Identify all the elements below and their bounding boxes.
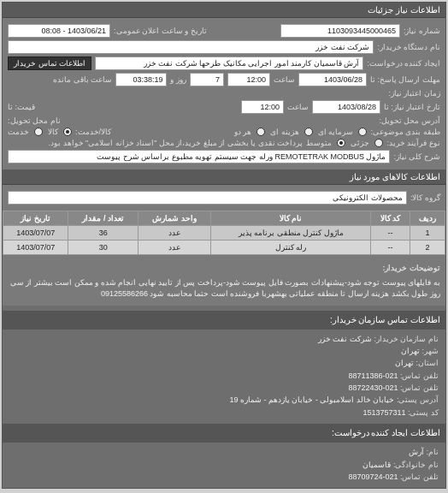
table-cell: رله کنترل <box>211 241 371 255</box>
radio-both-label: هر دو <box>234 128 252 136</box>
requester-label: ایجاد کننده درخواست: <box>367 59 440 68</box>
radio-capital[interactable] <box>358 128 367 136</box>
section-need-info: اطلاعات نیاز جزئیات <box>3 3 445 18</box>
buyer-notes-label: توضیحات خریدار: <box>383 263 441 275</box>
buyer-device-label: نام دستگاه خریدار: <box>377 43 440 51</box>
table-header: تعداد / مقدار <box>68 211 138 226</box>
announce-field: 1403/06/21 - 08:08 <box>8 24 110 38</box>
table-header: کد کالا <box>371 211 410 226</box>
phone-label: تلفن تماس: <box>400 371 439 380</box>
budget-label: طبقه بندی موضوعی: <box>370 128 440 136</box>
deadline-time-label: ساعت <box>274 75 295 84</box>
radio-capital-label: سرمایه ای <box>318 128 354 136</box>
goods-table: ردیفکد کالانام کالاواحد شمارشتعداد / مقد… <box>3 211 445 255</box>
postaddr-label: آدرس پستی: <box>397 395 439 404</box>
table-cell: ماژول کنترل منطقی برنامه پذیر <box>211 226 371 241</box>
table-header: ردیف <box>410 211 445 226</box>
province-label: استان: <box>416 359 439 367</box>
fax-value: 021-88722430 <box>348 383 398 392</box>
deadline-date-field: 1403/06/28 <box>298 73 367 86</box>
group-label: گروه کالا: <box>410 193 440 202</box>
province-value: تهران <box>395 359 414 367</box>
tel-label: تلفن تماس: <box>400 472 439 481</box>
family-value: قاسمیان <box>363 460 391 469</box>
table-cell: 30 <box>68 241 138 255</box>
validity-date-field: 1403/08/28 <box>312 100 380 114</box>
need-desc-field: ماژول REMOTETRAK MODBUS ورله جهت سیستم ت… <box>8 150 390 163</box>
postcode-label: کد پستی: <box>408 408 439 417</box>
table-cell: 1403/07/07 <box>3 226 68 241</box>
validity-time-field: 12:00 <box>241 100 284 114</box>
radio-both[interactable] <box>256 128 265 136</box>
days-label: روز و <box>170 75 186 84</box>
radio-service[interactable] <box>34 128 43 136</box>
table-cell: 2 <box>410 241 445 255</box>
tel-value: 021-88709724 <box>348 472 398 481</box>
fax-label: تلفن تماس: <box>400 383 439 392</box>
validity-label: زمان اعتبار نیاز: <box>388 89 440 98</box>
name-value: آرش <box>409 448 424 456</box>
goods-label: کالا/خدمت: <box>75 128 111 136</box>
city-value: تهران <box>401 347 420 355</box>
table-header: تاریخ نیاز <box>3 211 68 226</box>
table-cell: 1403/07/07 <box>3 241 68 255</box>
announce-label: تاریخ و ساعت اعلان عمومی: <box>114 27 207 35</box>
section-goods: اطلاعات کالاهای مورد نیاز <box>3 169 445 185</box>
radio-low[interactable] <box>374 139 383 147</box>
radio-mid-label: متوسط <box>306 139 332 147</box>
contact-buyer-button[interactable]: اطلاعات تماس خریدار <box>8 56 91 70</box>
delivery-addr-label: آدرس محل تحویل: <box>379 116 440 125</box>
table-cell: 1 <box>410 226 445 241</box>
radio-service-label: خدمت <box>8 128 29 136</box>
radio-current-label: هزینه ای <box>270 128 299 136</box>
table-header: واحد شمارش <box>138 211 211 226</box>
table-row: 2--رله کنترلعدد301403/07/07 <box>3 241 445 255</box>
requester-field: آرش قاسمیان کارمند امور اجرایی مکانیک طر… <box>95 56 363 70</box>
table-cell: -- <box>371 241 410 255</box>
request-no-label: شماره نیاز: <box>404 27 440 35</box>
form-area: شماره نیاز: 1103093445000465 تاریخ و ساع… <box>3 18 445 169</box>
buyer-device-field: شرکت نفت خزر <box>8 40 374 54</box>
contact-requester-title: اطلاعات ایجاد کننده درخواست: <box>3 424 445 443</box>
family-label: نام خانوادگی: <box>393 460 439 469</box>
postcode-value: 1513757311 <box>363 408 405 417</box>
days-field: 7 <box>190 73 224 86</box>
remain-label: ساعت باقی مانده <box>53 75 112 84</box>
validity-time-label: ساعت <box>287 103 309 111</box>
org-label: نام سازمان خریدار: <box>374 335 439 343</box>
radio-goods[interactable] <box>63 128 72 136</box>
contact-org-title: اطلاعات تماس سازمان خریدار: <box>3 311 445 330</box>
radio-current[interactable] <box>304 128 313 136</box>
buyer-notes-text: به فایلهای پیوست توجه شود-پیشنهادات بصور… <box>8 277 440 300</box>
table-cell: عدد <box>138 226 211 241</box>
delivery-place-label: نام محل تحویل: <box>8 116 61 125</box>
deadline-time-field: 12:00 <box>227 73 270 86</box>
group-field: محصولات الکترونیکی <box>8 191 407 205</box>
radio-goods-label: کالا <box>48 128 58 136</box>
price-label: قیمت: تا <box>8 103 35 111</box>
city-label: شهر: <box>421 347 439 355</box>
need-desc-label: شرح کلی نیاز: <box>393 152 440 161</box>
table-cell: -- <box>371 226 410 241</box>
validity-to-label: تارخ اعتبار نیاز: تا <box>384 103 440 111</box>
radio-mid[interactable] <box>337 139 345 147</box>
process-note: پرداخت نقدی یا بخشی از مبلغ خرید،از محل … <box>8 139 303 147</box>
table-cell: 36 <box>68 226 138 241</box>
table-cell: عدد <box>138 241 211 255</box>
process-label: نوع فرآیند خرید: <box>386 139 440 147</box>
radio-low-label: جزئی <box>351 139 369 147</box>
phone-value: 021-88711386 <box>348 371 398 380</box>
name-label: نام: <box>426 448 439 456</box>
table-header: نام کالا <box>211 211 371 226</box>
table-row: 1--ماژول کنترل منطقی برنامه پذیرعدد36140… <box>3 226 445 241</box>
org-value: شرکت نفت خزر <box>318 335 372 343</box>
deadline-send-label: مهلت ارسال پاسخ: تا <box>370 75 440 84</box>
postaddr-value: خیابان خالد اسلامبولی - خیابان یازدهم - … <box>229 395 394 404</box>
remain-field: 03:38:19 <box>115 73 167 86</box>
request-no-field: 1103093445000465 <box>280 24 400 38</box>
